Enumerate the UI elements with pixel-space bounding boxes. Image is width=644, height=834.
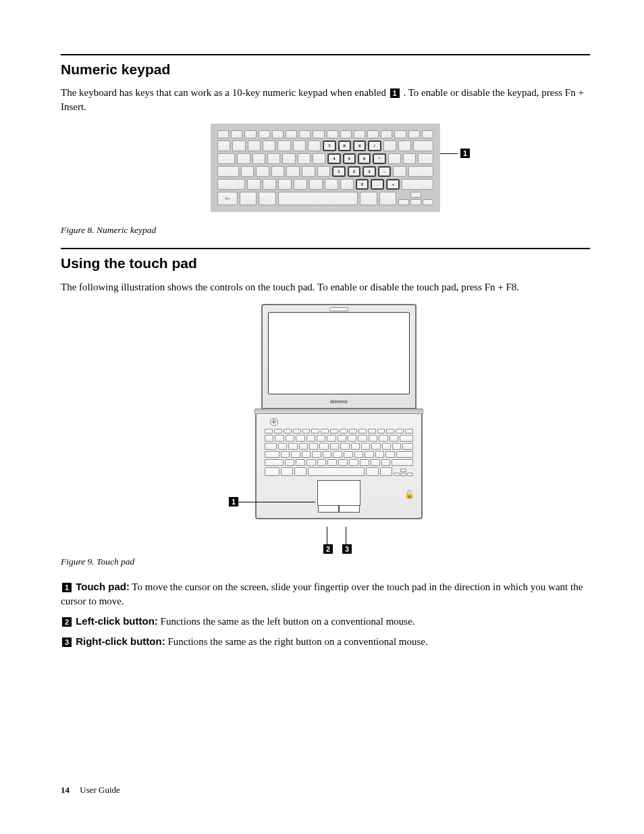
left-click-button [318,506,339,513]
keyboard-illustration: 7 8 9 / 4 5 6 * 1 2 3 [211,124,440,212]
kb-row-2: 4 5 6 * [217,153,433,164]
touch-pad-buttons [318,506,360,513]
figure-9-block: lenovo ⏻ 🔓 [61,304,590,544]
list-item-label: Left-click button: [73,615,158,627]
section-rule [61,54,590,55]
figure-8-caption: Figure 8. Numeric keypad [61,224,590,237]
arrow-cluster [398,192,433,205]
heading-touch-pad: Using the touch pad [61,253,590,273]
numpad-key: 9 [353,140,366,151]
list-item-label: Touch pad: [73,581,130,592]
footer-title: User Guide [80,785,120,795]
numpad-key: 7 [323,140,336,151]
numpad-key: 1 [332,166,346,177]
numpad-key: 5 [343,153,356,164]
embedded-keyboard: 7 8 9 / 4 5 6 * 1 2 3 [211,124,440,212]
numpad-key: 0 [356,179,369,190]
kb-row-4: 0 . + [217,179,433,190]
numpad-key: / [368,140,381,151]
heading-numeric-keypad: Numeric keypad [61,59,590,79]
list-callout-number: 1 [62,583,72,592]
camera-notch [329,307,348,311]
callout-list-item: 2 Left-click button: Functions the same … [61,614,590,629]
figure-9-callout-2: 2 [323,544,333,554]
numpad-key: - [378,166,392,177]
list-callout-number: 3 [62,637,72,647]
right-click-button [339,506,360,513]
kb-row-fn [217,130,433,138]
laptop-lid: lenovo [261,304,417,409]
list-callout-number: 2 [62,617,72,627]
figure-8-callout-1: 1 [460,149,470,158]
callout-leader-line [238,502,315,502]
list-item-text: Functions the same as the right button o… [165,636,428,647]
callout-leader-line [346,527,346,544]
section-rule [61,248,590,249]
callout-list-item: 1 Touch pad: To move the cursor on the s… [61,579,590,608]
inline-callout-1: 1 [390,88,400,98]
para-text-a: The keyboard has keys that can work as a… [61,87,389,98]
callout-leader-line [327,527,327,544]
numpad-key: 6 [358,153,371,164]
base-keyboard [265,429,413,476]
numeric-keypad-paragraph: The keyboard has keys that can work as a… [61,86,590,114]
numpad-key: 8 [338,140,351,151]
numpad-key: 2 [348,166,361,177]
laptop-screen [268,312,410,394]
figure-9-callout-1: 1 [229,497,238,506]
kb-row-5: Fn [217,192,433,205]
page-number: 14 [61,785,70,795]
laptop-illustration: lenovo ⏻ 🔓 [227,304,423,544]
numpad-key: 4 [327,153,340,164]
hinge [254,409,423,414]
figure-8-block: 7 8 9 / 4 5 6 * 1 2 3 [61,124,590,212]
callout-list-item: 3 Right-click button: Functions the same… [61,634,590,649]
list-item-text: Functions the same as the left button on… [158,616,415,627]
brand-label: lenovo [263,398,415,405]
touch-pad-paragraph: The following illustration shows the con… [61,280,590,294]
list-item-label: Right-click button: [73,635,165,647]
callout-list: 1 Touch pad: To move the cursor on the s… [61,579,590,649]
page-footer: 14 User Guide [61,784,590,796]
numpad-key: . [371,179,384,190]
numpad-key: + [386,179,400,190]
callout-leader-line [440,153,458,154]
numpad-key: * [373,153,385,164]
lock-icon: 🔓 [404,489,414,500]
list-item-text: To move the cursor on the screen, slide … [61,581,583,606]
figure-9-caption: Figure 9. Touch pad [61,556,590,569]
figure-9-callout-3: 3 [342,544,352,554]
touch-pad-area [317,480,360,506]
kb-row-3: 1 2 3 - [217,166,433,177]
numpad-key: 3 [363,166,376,177]
power-button-icon: ⏻ [270,418,278,426]
kb-row-1: 7 8 9 / [217,140,433,151]
laptop-base: ⏻ 🔓 [255,414,423,519]
